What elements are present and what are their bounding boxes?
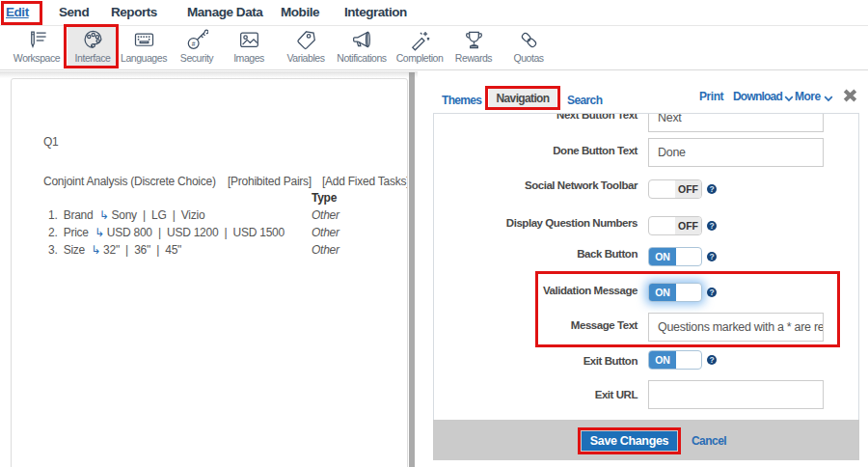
svg-text:#: #: [191, 41, 195, 47]
